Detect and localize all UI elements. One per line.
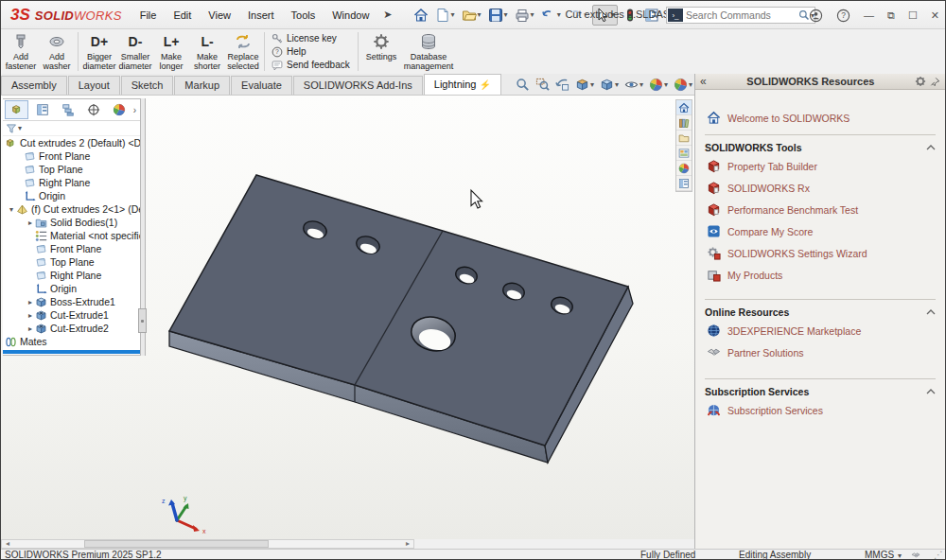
make-shorter-button[interactable]: L-Make shorter	[189, 30, 225, 73]
marketplace-link[interactable]: 3DEXPERIENCE Marketplace	[695, 320, 945, 341]
panel-settings-icon[interactable]	[915, 76, 926, 87]
resize-grip[interactable]: ⋰	[934, 550, 943, 560]
tab-markup[interactable]: Markup	[174, 76, 230, 95]
menu-window[interactable]: Window	[324, 9, 377, 21]
menu-tools[interactable]: Tools	[283, 9, 324, 21]
zoom-to-area-icon[interactable]	[535, 78, 550, 92]
add-washer-button[interactable]: Add washer	[39, 30, 75, 73]
tree-item-front-plane-2[interactable]: Front Plane	[3, 242, 140, 255]
tree-item-material[interactable]: Material <not specified>	[3, 229, 140, 242]
appearances-scenes-icon[interactable]	[676, 161, 692, 176]
tab-lightning[interactable]: Lightning ⚡	[424, 74, 501, 95]
settings-button[interactable]: Settings	[361, 30, 401, 73]
menu-view[interactable]: View	[200, 9, 239, 21]
restore-button[interactable]: ⧉	[887, 9, 895, 22]
account-icon[interactable]	[809, 9, 823, 23]
scroll-right-arrow[interactable]: ▸	[402, 540, 413, 548]
section-subscription-services[interactable]: Subscription Services	[705, 378, 936, 397]
tab-property-manager[interactable]	[30, 100, 54, 119]
bigger-diameter-button[interactable]: D+Bigger diameter	[81, 30, 117, 73]
partner-solutions-link[interactable]: Partner Solutions	[695, 341, 945, 363]
tab-display-manager[interactable]	[107, 100, 131, 119]
performance-benchmark-link[interactable]: Performance Benchmark Test	[695, 199, 945, 220]
tree-item-cut-extrude2[interactable]: ▸Cut-Extrude2	[3, 322, 140, 335]
tab-dimxpert-manager[interactable]	[81, 100, 105, 119]
tree-item-right-plane[interactable]: Right Plane	[3, 176, 140, 189]
solidworks-rx-link[interactable]: SOLIDWORKS Rx	[695, 177, 945, 199]
tab-evaluate[interactable]: Evaluate	[231, 76, 292, 95]
tab-sketch[interactable]: Sketch	[121, 76, 174, 95]
tree-item-root[interactable]: Cut extrudes 2 (Default) <Display State	[3, 136, 140, 149]
collapse-chevron-icon[interactable]	[926, 309, 936, 315]
minimize-button[interactable]: —	[864, 9, 874, 21]
tab-configuration-manager[interactable]	[56, 100, 79, 119]
compare-my-score-link[interactable]: Compare My Score	[695, 220, 945, 242]
open-button[interactable]: ▾	[460, 6, 483, 25]
tree-item-top-plane[interactable]: Top Plane	[3, 163, 140, 176]
tree-splitter-grip[interactable]	[138, 308, 147, 333]
menu-file[interactable]: File	[131, 9, 166, 21]
tree-item-front-plane[interactable]: Front Plane	[3, 149, 140, 163]
menu-edit[interactable]: Edit	[165, 9, 200, 21]
collapse-chevron-icon[interactable]	[926, 145, 936, 150]
file-explorer-icon[interactable]	[676, 131, 692, 146]
task-pane-resources-icon[interactable]	[676, 100, 692, 115]
save-button[interactable]: ▾	[486, 6, 510, 25]
welcome-link[interactable]: Welcome to SOLIDWORKS	[695, 107, 945, 129]
collapse-chevron-icon[interactable]	[926, 389, 936, 394]
panel-pin-icon[interactable]	[930, 77, 940, 87]
print-button[interactable]: ▾	[513, 6, 536, 25]
search-input[interactable]	[686, 9, 798, 21]
tree-item-component[interactable]: ▾(f) Cut extrudes 2<1> (Default) <<	[3, 202, 140, 216]
section-solidworks-tools[interactable]: SOLIDWORKS Tools	[705, 134, 936, 153]
scroll-left-arrow[interactable]: ◂	[2, 540, 13, 548]
property-tab-builder-link[interactable]: Property Tab Builder	[695, 155, 945, 177]
settings-wizard-link[interactable]: SOLIDWORKS Settings Wizard	[695, 242, 945, 264]
tree-item-solid-bodies[interactable]: ▸Solid Bodies(1)	[3, 216, 140, 229]
home-button[interactable]	[412, 6, 430, 25]
new-document-button[interactable]: ▾	[433, 6, 457, 25]
menu-pin-icon[interactable]: ➤	[383, 9, 392, 21]
apply-scene-icon[interactable]: ▾	[674, 78, 692, 92]
display-style-icon[interactable]: ▾	[624, 78, 643, 92]
tree-item-boss-extrude1[interactable]: ▸Boss-Extrude1	[3, 295, 140, 308]
menu-insert[interactable]: Insert	[239, 9, 283, 21]
zoom-to-fit-icon[interactable]	[516, 78, 530, 92]
database-management-button[interactable]: Database management	[401, 30, 456, 73]
tab-feature-tree[interactable]	[5, 100, 28, 119]
my-products-link[interactable]: My Products	[695, 264, 945, 286]
scrollbar-thumb[interactable]	[84, 540, 269, 548]
expand-arrow-icon[interactable]: ▸	[26, 298, 35, 306]
replace-selected-button[interactable]: Replace selected	[225, 30, 261, 73]
tree-item-right-plane-2[interactable]: Right Plane	[3, 269, 140, 282]
tree-item-origin[interactable]: Origin	[3, 189, 140, 202]
tab-solidworks-addins[interactable]: SOLIDWORKS Add-Ins	[293, 76, 423, 95]
section-view-icon[interactable]: ▾	[575, 78, 594, 92]
expand-arrow-icon[interactable]: ▸	[26, 219, 35, 227]
expand-arrow-icon[interactable]: ▸	[26, 311, 35, 320]
search-commands-box[interactable]: ›_ ▾	[666, 7, 815, 24]
section-online-resources[interactable]: Online Resources	[705, 299, 936, 318]
tag-icon[interactable]	[911, 551, 920, 560]
license-key-button[interactable]: License key	[272, 33, 351, 44]
tab-layout[interactable]: Layout	[68, 76, 120, 95]
tree-item-cut-extrude1[interactable]: ▸Cut-Extrude1	[3, 308, 140, 322]
send-feedback-button[interactable]: Send feedback	[272, 60, 351, 71]
collapse-panel-icon[interactable]: «	[700, 75, 707, 88]
units-selector[interactable]: MMGS ▾	[865, 550, 902, 560]
previous-view-icon[interactable]	[555, 78, 569, 92]
tree-item-top-plane-2[interactable]: Top Plane	[3, 255, 140, 269]
design-library-icon[interactable]	[676, 115, 692, 131]
expand-arrow-icon[interactable]: ▸	[26, 324, 35, 333]
tree-item-mates[interactable]: Mates	[3, 335, 140, 348]
edit-appearance-icon[interactable]: ▾	[649, 78, 668, 92]
make-longer-button[interactable]: L+Make longer	[153, 30, 189, 73]
view-orientation-icon[interactable]: ▾	[600, 78, 619, 92]
rollback-bar[interactable]	[3, 350, 140, 354]
tree-filter[interactable]: ▾	[3, 121, 140, 136]
maximize-button[interactable]: ☐	[908, 9, 918, 22]
help-button[interactable]: Help	[272, 46, 351, 58]
horizontal-scrollbar[interactable]: ◂ ▸	[1, 539, 414, 549]
expand-arrow-icon[interactable]: ▾	[7, 205, 16, 214]
close-button[interactable]: ✕	[931, 9, 939, 22]
